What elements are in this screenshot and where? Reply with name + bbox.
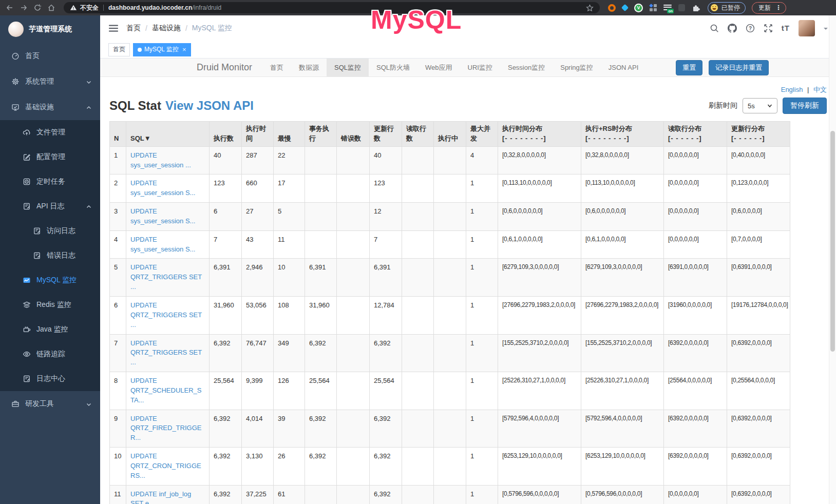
column-header-SQL[interactable]: SQL▼ bbox=[126, 122, 210, 147]
druid-nav-JSON-API[interactable]: JSON API bbox=[601, 59, 647, 76]
sidebar-item-配置管理[interactable]: 配置管理 bbox=[0, 145, 100, 169]
cell: 7 bbox=[370, 230, 402, 259]
pause-refresh-button[interactable]: 暂停刷新 bbox=[783, 98, 827, 114]
log-and-reset-button[interactable]: 记录日志并重置 bbox=[709, 60, 769, 75]
tag-MySQL-监控[interactable]: MySQL 监控× bbox=[133, 43, 191, 56]
sidebar-item-研发工具[interactable]: 研发工具 bbox=[0, 391, 100, 417]
sidebar-item-基础设施[interactable]: 基础设施 bbox=[0, 94, 100, 120]
sql-link[interactable]: UPDATE QRTZ_TRIGGERS SET ... bbox=[130, 339, 202, 366]
home-icon[interactable] bbox=[47, 3, 56, 12]
druid-nav-数据源[interactable]: 数据源 bbox=[291, 59, 327, 76]
chevron-down-icon bbox=[86, 401, 92, 407]
cell: [0,6392,0,0,0,0] bbox=[727, 485, 790, 504]
sql-link[interactable]: UPDATE QRTZ_TRIGGERS SET ... bbox=[130, 301, 202, 328]
sql-link[interactable]: UPDATE sys_user_session ... bbox=[130, 151, 191, 169]
browser-menu-icon[interactable]: ⋮ bbox=[775, 4, 782, 11]
sidebar-item-Java-监控[interactable]: Java 监控 bbox=[0, 317, 100, 342]
user-avatar[interactable] bbox=[799, 20, 815, 36]
sql-link[interactable]: UPDATE QRTZ_SCHEDULER_STA... bbox=[130, 377, 201, 404]
extension-list-icon[interactable]: on bbox=[663, 5, 672, 11]
help-icon[interactable]: ? bbox=[746, 24, 755, 33]
refresh-interval-select[interactable]: 5s bbox=[743, 98, 777, 113]
breadcrumb-item-首页[interactable]: 首页 bbox=[126, 24, 141, 33]
sql-link[interactable]: UPDATE sys_user_session S... bbox=[130, 179, 195, 197]
sidebar-item-文件管理[interactable]: 文件管理 bbox=[0, 120, 100, 145]
sidebar-item-链路追踪[interactable]: 链路追踪 bbox=[0, 342, 100, 366]
sql-link[interactable]: UPDATE QRTZ_TRIGGERS SET ... bbox=[130, 263, 202, 290]
druid-nav-Web应用[interactable]: Web应用 bbox=[417, 59, 460, 76]
cell: [0,6,0,0,0,0,0,0] bbox=[581, 203, 664, 231]
druid-nav-首页[interactable]: 首页 bbox=[262, 59, 291, 76]
forward-icon[interactable] bbox=[19, 3, 28, 12]
search-icon[interactable] bbox=[710, 24, 719, 33]
close-icon[interactable]: × bbox=[182, 46, 186, 53]
log-icon bbox=[33, 251, 41, 260]
druid-brand[interactable]: Druid Monitor bbox=[197, 62, 252, 73]
page-scrollbar[interactable] bbox=[829, 15, 836, 504]
sidebar-item-API-日志[interactable]: API 日志 bbox=[0, 194, 100, 219]
font-size-icon[interactable]: tT bbox=[782, 24, 790, 33]
browser-update-button[interactable]: 更新 ⋮ bbox=[752, 2, 786, 14]
sidebar-item-首页[interactable]: 首页 bbox=[0, 43, 100, 69]
security-label[interactable]: 不安全 bbox=[80, 4, 99, 12]
sql-link[interactable]: UPDATE sys_user_session S... bbox=[130, 236, 195, 253]
sidebar-item-日志中心[interactable]: 日志中心 bbox=[0, 366, 100, 391]
chevron-up-icon bbox=[86, 203, 92, 209]
view-json-api-link[interactable]: View JSON API bbox=[165, 99, 254, 112]
lang-chinese-link[interactable]: 中文 bbox=[813, 86, 827, 93]
sql-link[interactable]: UPDATE QRTZ_CRON_TRIGGERS... bbox=[130, 452, 201, 479]
cell bbox=[305, 485, 337, 504]
address-bar[interactable]: 不安全 dashboard.yudao.iocoder.cn/infra/dru… bbox=[64, 2, 600, 13]
sidebar-item-Redis-监控[interactable]: Redis 监控 bbox=[0, 293, 100, 317]
druid-nav-Session监控[interactable]: Session监控 bbox=[500, 59, 553, 76]
sidebar-item-系统管理[interactable]: 系统管理 bbox=[0, 69, 100, 94]
sidebar-item-访问日志[interactable]: 访问日志 bbox=[0, 219, 100, 243]
sql-link[interactable]: UPDATE sys_user_session S... bbox=[130, 207, 195, 225]
cell: 6,392 bbox=[210, 485, 242, 504]
hamburger-icon[interactable] bbox=[108, 23, 119, 33]
table-row: 11UPDATE inf_job_log SET e...6,39237,225… bbox=[110, 485, 790, 504]
github-icon[interactable] bbox=[728, 24, 737, 33]
back-icon[interactable] bbox=[5, 3, 14, 12]
cell bbox=[434, 448, 466, 486]
lang-english-link[interactable]: English bbox=[781, 86, 803, 93]
cell: 31,960 bbox=[305, 296, 337, 334]
extension-donut-icon[interactable] bbox=[608, 4, 616, 12]
fullscreen-icon[interactable] bbox=[764, 24, 773, 33]
url-text[interactable]: dashboard.yudao.iocoder.cn/infra/druid bbox=[108, 4, 221, 11]
sidebar-item-错误日志[interactable]: 错误日志 bbox=[0, 243, 100, 268]
breadcrumb-separator: / bbox=[185, 24, 187, 32]
log-icon bbox=[33, 227, 41, 235]
cell: 10 bbox=[110, 448, 126, 486]
cell: [0,0,0,0,0,0] bbox=[664, 485, 727, 504]
bookmark-star-icon[interactable] bbox=[586, 4, 594, 12]
sql-link[interactable]: UPDATE inf_job_log SET e... bbox=[130, 490, 191, 504]
scrollbar-thumb[interactable] bbox=[830, 131, 835, 352]
column-header-读取行数: 读取行数 bbox=[402, 122, 434, 147]
cell: [6392,0,0,0,0,0] bbox=[664, 410, 727, 448]
druid-nav-SQL防火墙[interactable]: SQL防火墙 bbox=[369, 59, 417, 76]
breadcrumb: 首页/基础设施/MySQL 监控 bbox=[126, 24, 232, 33]
druid-nav-URI监控[interactable]: URI监控 bbox=[460, 59, 500, 76]
sidebar-item-MySQL-监控[interactable]: MySQL 监控 bbox=[0, 268, 100, 293]
druid-nav-SQL监控[interactable]: SQL监控 bbox=[327, 59, 369, 76]
cell: 7 bbox=[210, 230, 242, 259]
extension-gem-icon[interactable] bbox=[621, 4, 629, 11]
cell: 1 bbox=[466, 448, 498, 486]
extension-dark-icon[interactable] bbox=[678, 4, 685, 11]
druid-nav-Spring监控[interactable]: Spring监控 bbox=[553, 59, 601, 76]
profile-paused-badge[interactable]: 已暂停 bbox=[708, 2, 746, 14]
sidebar-item-定时任务[interactable]: 定时任务 bbox=[0, 169, 100, 194]
reset-button[interactable]: 重置 bbox=[676, 60, 702, 75]
tag-首页[interactable]: 首页 bbox=[108, 43, 130, 56]
app-logo[interactable]: 芋道管理系统 bbox=[0, 15, 100, 43]
column-header-执行中: 执行中 bbox=[434, 122, 466, 147]
extension-squares-icon[interactable] bbox=[650, 4, 657, 11]
extensions-puzzle-icon[interactable] bbox=[692, 4, 700, 12]
cell: [0,32,8,0,0,0,0,0] bbox=[581, 146, 664, 175]
extension-vue-devtools-icon[interactable]: V bbox=[634, 4, 643, 12]
reload-icon[interactable] bbox=[33, 3, 42, 12]
breadcrumb-item-基础设施[interactable]: 基础设施 bbox=[152, 24, 181, 33]
sql-link[interactable]: UPDATE QRTZ_FIRED_TRIGGER... bbox=[130, 415, 201, 442]
user-menu-caret-icon[interactable] bbox=[824, 28, 828, 32]
